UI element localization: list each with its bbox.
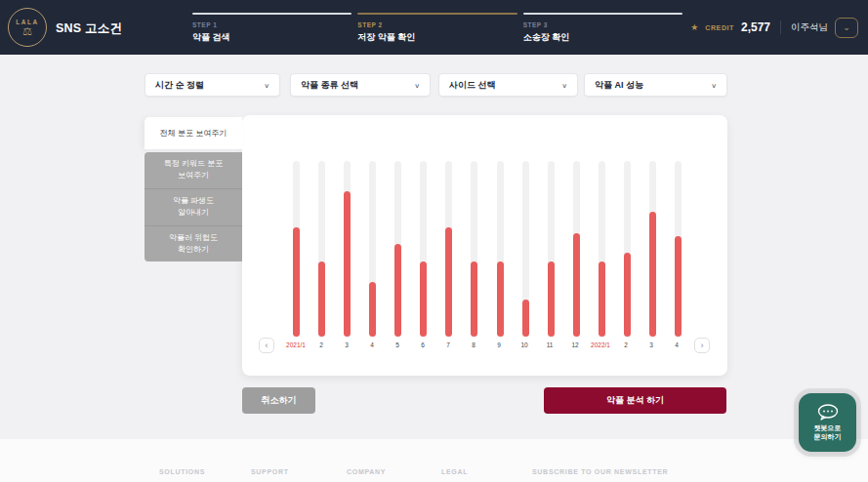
step-1-progress-bar	[192, 13, 351, 15]
chevron-down-icon: ∨	[414, 81, 420, 88]
bar-8[interactable]	[471, 261, 477, 337]
inactive-tab-group: 특정 키워드 분포보여주기악플 파생도알아내기악플러 위험도확인하기	[145, 152, 242, 261]
x-tick-4: 4	[359, 341, 385, 348]
filter-dropdown-label: 시간 순 정렬	[155, 79, 204, 92]
bar-track-8	[471, 161, 477, 337]
x-tick-12: 12	[562, 341, 588, 348]
step-2-progress-bar	[357, 13, 517, 15]
tab-label-line1: 악플 파생도	[173, 196, 214, 205]
footer-link-legal[interactable]: LEGAL	[441, 468, 468, 475]
bar-track-3	[344, 161, 351, 337]
brand-logo[interactable]: LALA ⚖	[8, 8, 47, 47]
tab-label-line2: 보여주기	[178, 171, 209, 180]
bar-chart	[293, 161, 682, 337]
tab-inactive-2[interactable]: 악플 파생도알아내기	[145, 188, 242, 225]
credit-value: 2,577	[741, 20, 770, 34]
x-tick-6: 6	[410, 341, 435, 348]
chevron-down-icon: ⌄	[843, 22, 850, 32]
chart-next-button[interactable]: ›	[694, 338, 710, 353]
filter-dropdown-1[interactable]: 시간 순 정렬∨	[145, 73, 280, 97]
chevron-down-icon: ∨	[561, 81, 567, 88]
bar-track-6	[420, 161, 427, 337]
bar-3[interactable]	[649, 212, 656, 337]
user-menu-button[interactable]: ⌄	[835, 18, 858, 38]
scales-of-justice-icon: ⚖	[22, 26, 32, 37]
header-right-cluster: ★ CREDIT 2,577 이주석님 ⌄	[690, 0, 858, 55]
bar-2[interactable]	[318, 261, 325, 337]
chevron-down-icon: ∨	[711, 81, 717, 88]
x-tick-10: 10	[512, 341, 537, 348]
chart-prev-button[interactable]: ‹	[259, 338, 274, 353]
cancel-button[interactable]: 취소하기	[242, 387, 315, 414]
x-tick-9: 9	[486, 341, 512, 348]
footer-link-solutions[interactable]: SOLUTIONS	[159, 468, 205, 475]
chat-bubble-icon	[817, 404, 839, 421]
filter-dropdown-label: 사이드 선택	[449, 79, 496, 92]
distribution-chart-panel: 2021/1234567891011122022/1234 ‹ ›	[242, 115, 727, 376]
filter-dropdown-4[interactable]: 악플 AI 성능∨	[584, 73, 727, 97]
bar-track-7	[445, 161, 452, 337]
x-tick-2: 2	[613, 341, 639, 348]
chatbot-label: 챗봇으로문의하기	[814, 423, 842, 442]
bar-6[interactable]	[420, 261, 427, 337]
x-tick-2021/1: 2021/1	[283, 341, 309, 348]
analysis-tabs: 전체 분포 보여주기 특정 키워드 분포보여주기악플 파생도알아내기악플러 위험…	[145, 117, 242, 261]
x-tick-11: 11	[537, 341, 562, 348]
footer-link-subscribe-to-our-newsletter[interactable]: SUBSCRIBE TO OUR NEWSLETTER	[532, 468, 668, 475]
bar-track-2022/1	[599, 161, 605, 337]
bar-track-11	[548, 161, 555, 337]
bar-12[interactable]	[573, 233, 580, 337]
bar-5[interactable]	[394, 244, 401, 337]
x-tick-3: 3	[334, 341, 359, 348]
bar-9[interactable]	[497, 261, 504, 337]
app-header: LALA ⚖ SNS 고소건 STEP 1악플 검색STEP 2저장 악플 확인…	[0, 0, 868, 55]
x-axis-labels: 2021/1234567891011122022/1234	[283, 341, 690, 348]
filter-dropdown-3[interactable]: 사이드 선택∨	[438, 73, 578, 97]
bar-4[interactable]	[369, 282, 376, 337]
x-tick-5: 5	[385, 341, 410, 348]
bar-track-2	[624, 161, 631, 337]
footer-link-company[interactable]: COMPANY	[347, 468, 386, 475]
x-tick-2: 2	[309, 341, 334, 348]
bar-track-12	[573, 161, 580, 337]
step-number: STEP 2	[357, 21, 517, 28]
bar-track-10	[522, 161, 529, 337]
bar-track-9	[497, 161, 504, 337]
tab-inactive-3[interactable]: 악플러 위험도확인하기	[145, 225, 242, 262]
step-number: STEP 3	[523, 21, 682, 28]
bar-track-4	[369, 161, 376, 337]
tab-label: 전체 분포 보여주기	[160, 128, 227, 139]
footer-link-support[interactable]: SUPPORT	[251, 468, 289, 475]
tab-show-total-distribution[interactable]: 전체 분포 보여주기	[145, 117, 242, 149]
bar-11[interactable]	[548, 261, 555, 337]
user-name: 이주석님	[791, 21, 828, 34]
step-3: STEP 3소송장 확인	[523, 13, 688, 44]
step-1: STEP 1악플 검색	[192, 13, 357, 44]
step-title: 악플 검색	[192, 31, 351, 44]
step-2: STEP 2저장 악플 확인	[357, 13, 522, 44]
analyze-comments-button[interactable]: 악플 분석 하기	[544, 387, 726, 414]
bar-2021/1[interactable]	[293, 227, 300, 337]
tab-inactive-1[interactable]: 특정 키워드 분포보여주기	[145, 152, 242, 188]
x-tick-7: 7	[435, 341, 461, 348]
credit-label: CREDIT	[705, 24, 734, 31]
step-title: 저장 악플 확인	[357, 31, 517, 44]
filter-dropdown-label: 악플 종류 선택	[301, 79, 358, 92]
bar-3[interactable]	[344, 191, 351, 337]
bar-2022/1[interactable]	[599, 261, 605, 337]
header-divider	[780, 20, 781, 34]
filter-dropdown-2[interactable]: 악플 종류 선택∨	[290, 73, 431, 97]
x-tick-3: 3	[639, 341, 664, 348]
tab-label-line1: 특정 키워드 분포	[164, 159, 223, 168]
bar-track-5	[394, 161, 401, 337]
bar-track-3	[649, 161, 656, 337]
bar-4[interactable]	[675, 236, 682, 337]
page-footer: SOLUTIONSSUPPORTCOMPANYLEGALSUBSCRIBE TO…	[0, 439, 868, 482]
bar-7[interactable]	[445, 227, 452, 337]
brand-logo-text: LALA	[16, 19, 38, 25]
bar-10[interactable]	[522, 300, 529, 337]
bar-2[interactable]	[624, 253, 631, 337]
chatbot-button[interactable]: 챗봇으로문의하기	[799, 393, 856, 452]
tab-label-line2: 확인하기	[178, 245, 209, 254]
page-title: SNS 고소건	[56, 20, 122, 37]
